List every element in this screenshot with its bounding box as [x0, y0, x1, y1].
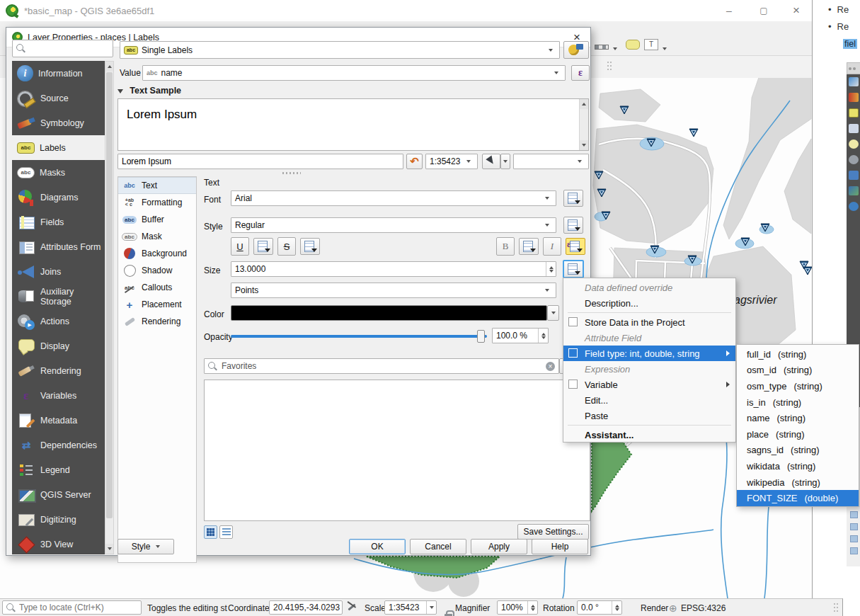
tab-shadow[interactable]: Shadow [118, 262, 196, 279]
style-combo[interactable]: Regular [231, 217, 556, 233]
menu-item-store-data[interactable]: Store Data in the Project [563, 314, 735, 330]
bold-button[interactable]: B [496, 237, 515, 256]
icon-view-button[interactable] [204, 525, 217, 539]
scalebar-icon[interactable] [595, 45, 609, 50]
menu-item-field-type[interactable]: Field type: int, double, string [563, 346, 735, 361]
sidebar-item-source[interactable]: Source [12, 86, 105, 110]
menu-item-description[interactable]: Description... [563, 295, 735, 311]
sidebar-item-metadata[interactable]: Metadata [12, 408, 105, 433]
opacity-slider[interactable] [231, 329, 487, 343]
scrollbar-thumb[interactable] [106, 72, 113, 518]
size-spinbox[interactable]: 13.0000 [231, 261, 556, 277]
preview-scale-combo[interactable]: 1:35423 [425, 154, 478, 169]
scroll-up-icon[interactable] [580, 99, 588, 109]
properties-search-input[interactable] [12, 40, 113, 57]
annotation-dropdown-icon[interactable] [663, 47, 667, 50]
sidebar-item-diagrams[interactable]: Diagrams [12, 185, 105, 210]
menu-item-assistant[interactable]: Assistant... [563, 427, 735, 443]
menu-item-variable[interactable]: Variable [563, 377, 735, 392]
sidebar-item-3d-view[interactable]: 3D View [12, 532, 105, 554]
list-view-button[interactable] [219, 525, 233, 539]
labeling-mode-combo[interactable]: Single Labels [120, 41, 560, 59]
cancel-button[interactable]: Cancel [410, 539, 466, 554]
locate-input[interactable] [19, 603, 132, 612]
sidebar-item-labels[interactable]: Labels [12, 135, 105, 160]
strikethrough-data-defined-button[interactable] [300, 238, 320, 255]
sidebar-item-joins[interactable]: Joins [12, 259, 105, 284]
tab-text[interactable]: Text [118, 177, 196, 194]
map-settings-dropdown[interactable] [500, 154, 510, 169]
menu-item-edit[interactable]: Edit... [563, 392, 735, 408]
checkbox-icon[interactable] [568, 348, 578, 358]
bold-data-defined-button[interactable] [519, 238, 539, 255]
locate-box[interactable] [2, 600, 142, 615]
sidebar-item-actions[interactable]: Actions [12, 309, 105, 333]
field-item-osm-type[interactable]: osm_type(string) [737, 378, 859, 394]
preview-scrollbar[interactable] [579, 99, 588, 150]
tab-placement[interactable]: Placement [118, 296, 196, 313]
tab-buffer[interactable]: Buffer [118, 211, 196, 228]
crs-label[interactable]: EPSG:4326 [681, 599, 726, 616]
sidebar-item-qgis-server[interactable]: QGIS Server [12, 482, 105, 507]
style-menu-button[interactable]: Style [117, 539, 174, 554]
size-data-defined-button[interactable] [563, 260, 584, 278]
sample-text-field[interactable] [122, 156, 399, 166]
slider-handle[interactable] [477, 330, 485, 343]
field-item-name[interactable]: name(string) [737, 410, 859, 426]
text-sample-header[interactable]: Text Sample [117, 86, 181, 96]
toolbar-grip[interactable] [607, 62, 612, 72]
color-swatch[interactable] [231, 305, 547, 321]
expression-builder-button[interactable]: ε [571, 65, 590, 81]
value-combo[interactable]: abc name [142, 65, 566, 81]
scroll-up-icon[interactable] [105, 62, 113, 72]
help-button[interactable]: Help [532, 539, 588, 554]
underline-button[interactable]: U [231, 237, 249, 256]
scroll-down-icon[interactable] [105, 544, 113, 554]
scale-dropdown-icon[interactable] [426, 601, 436, 614]
menu-item-paste[interactable]: Paste [563, 408, 735, 423]
sidebar-item-masks[interactable]: Masks [12, 160, 105, 185]
tab-mask[interactable]: Mask [118, 228, 196, 245]
editing-icon[interactable] [347, 603, 357, 612]
ok-button[interactable]: OK [349, 539, 406, 554]
automated-placement-button[interactable] [563, 41, 589, 59]
sidebar-item-fields[interactable]: Fields [12, 210, 105, 234]
minimize-icon[interactable] [717, 3, 741, 18]
scale-combo[interactable]: 1:35423 [384, 600, 437, 615]
favorites-search[interactable]: Favorites [204, 358, 559, 374]
resize-grip[interactable] [834, 603, 838, 613]
scalebar-dropdown-icon[interactable] [613, 47, 617, 50]
sidebar-item-dependencies[interactable]: Dependencies [12, 433, 105, 457]
font-combo[interactable]: Arial [231, 190, 556, 206]
maptips-icon[interactable] [626, 40, 640, 50]
sidebar-item-information[interactable]: Information [12, 61, 105, 86]
tab-formatting[interactable]: Formatting [118, 194, 196, 211]
clear-icon[interactable] [546, 362, 555, 371]
splitter-handle[interactable] [282, 172, 301, 174]
sidebar-item-auxiliary-storage[interactable]: Auxiliary Storage [12, 284, 105, 309]
sidebar-item-legend[interactable]: Legend [12, 457, 105, 482]
magnifier-spinner[interactable] [527, 601, 537, 614]
magnifier-spin[interactable]: 100% [497, 600, 538, 615]
tab-background[interactable]: Background [118, 245, 196, 262]
italic-data-defined-button[interactable]: ε [566, 238, 585, 255]
map-settings-button[interactable] [482, 154, 500, 169]
sample-text-input[interactable] [117, 154, 403, 169]
rotation-spinner[interactable] [612, 601, 621, 614]
tab-callouts[interactable]: Callouts [118, 279, 196, 296]
size-unit-combo[interactable]: Points [231, 283, 556, 298]
underline-data-defined-button[interactable] [253, 238, 273, 255]
text-annotation-icon[interactable] [644, 39, 658, 50]
sidebar-item-symbology[interactable]: Symbology [12, 110, 105, 135]
style-data-defined-button[interactable] [563, 217, 583, 234]
opacity-spinner[interactable] [538, 329, 548, 343]
sidebar-scrollbar[interactable] [105, 61, 114, 554]
field-item-wikipedia[interactable]: wikipedia(string) [737, 474, 859, 491]
apply-button[interactable]: Apply [471, 539, 527, 554]
opacity-spinbox[interactable]: 100.0 % [492, 328, 549, 343]
color-dropdown[interactable] [547, 305, 559, 321]
sidebar-item-attributes-form[interactable]: Attributes Form [12, 234, 105, 259]
sidebar-item-rendering[interactable]: Rendering [12, 358, 105, 383]
checkbox-icon[interactable] [568, 380, 578, 389]
preview-background-combo[interactable] [513, 154, 589, 169]
